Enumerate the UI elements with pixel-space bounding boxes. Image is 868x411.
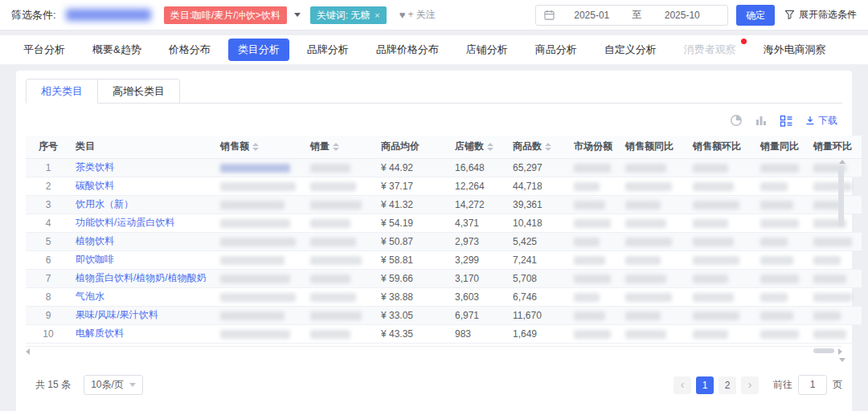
horizontal-scrollbar[interactable]: [26, 346, 842, 354]
sort-icon[interactable]: [545, 143, 551, 151]
category-link[interactable]: 茶类饮料: [76, 161, 114, 173]
confirm-button[interactable]: 确定: [736, 5, 775, 26]
redacted-value: [310, 164, 350, 173]
redacted-value: [693, 201, 739, 210]
cell-category: 碳酸饮料: [71, 177, 215, 195]
nav-tab-5[interactable]: 品牌分析: [297, 39, 358, 61]
nav-tab-1[interactable]: 平台分析: [14, 39, 75, 61]
nav-tab-9[interactable]: 自定义分析: [595, 39, 666, 61]
bar-chart-icon[interactable]: [755, 114, 768, 127]
cell-market_share: [569, 177, 620, 195]
category-link[interactable]: 气泡水: [76, 291, 104, 302]
redacted-value: [625, 330, 666, 339]
sort-desc-icon[interactable]: [487, 148, 493, 151]
category-link[interactable]: 植物蛋白饮料/植物奶/植物酸奶: [76, 272, 207, 283]
nav-tab-2[interactable]: 概要&趋势: [83, 39, 151, 61]
follow-button[interactable]: ♥ + 关注: [399, 8, 436, 22]
download-button[interactable]: 下载: [805, 114, 837, 128]
cell-volume_yoy: [755, 306, 809, 324]
scroll-right-arrow-icon[interactable]: [838, 348, 842, 355]
vertical-scroll-thumb[interactable]: [838, 167, 844, 226]
sort-asc-icon[interactable]: [252, 143, 259, 146]
category-link[interactable]: 饮用水（新）: [76, 198, 133, 210]
column-header-shops[interactable]: 店铺数: [450, 136, 508, 158]
sub-tab-2[interactable]: 高增长类目: [98, 79, 180, 104]
cell-shops: 3,603: [450, 287, 508, 306]
nav-tab-10[interactable]: 消费者观察: [674, 39, 746, 61]
category-link[interactable]: 即饮咖啡: [76, 254, 114, 265]
redacted-value: [760, 293, 788, 302]
date-range-picker[interactable]: 2025-01 至 2025-10: [535, 5, 728, 26]
redacted-value: [220, 256, 285, 265]
cell-category: 植物蛋白饮料/植物奶/植物酸奶: [71, 269, 215, 287]
column-header-items[interactable]: 商品数: [508, 136, 569, 158]
cell-volume: [305, 158, 376, 177]
cell-category: 电解质饮料: [71, 324, 215, 343]
next-page-button[interactable]: ›: [741, 376, 759, 394]
prev-page-button[interactable]: ‹: [674, 376, 691, 394]
close-icon[interactable]: ×: [375, 6, 379, 24]
scroll-up-arrow-icon[interactable]: [839, 160, 845, 164]
keyword-filter-tag[interactable]: 关键词: 无糖 ×: [310, 6, 387, 24]
vertical-scrollbar[interactable]: [837, 160, 845, 362]
cell-items: 5,425: [508, 232, 569, 250]
sort-asc-icon[interactable]: [545, 143, 551, 146]
pagination-bar: 共 15 条 10条/页 ‹ 12 › 前往 1 页: [26, 375, 842, 395]
redacted-value: [574, 201, 605, 210]
table-row: 6即饮咖啡¥ 58.813,2997,241: [26, 250, 862, 269]
date-start-value[interactable]: 2025-01: [555, 10, 629, 21]
pie-chart-icon[interactable]: [730, 114, 743, 127]
chevron-down-icon[interactable]: [294, 13, 301, 20]
cell-market_share: [569, 324, 620, 343]
cell-market_share: [569, 214, 620, 232]
nav-tab-7[interactable]: 店铺分析: [457, 39, 518, 61]
nav-tab-8[interactable]: 商品分析: [526, 39, 587, 61]
redacted-value: [625, 182, 672, 191]
page-size-select[interactable]: 10条/页: [84, 375, 143, 395]
cell-volume_mom: [809, 269, 862, 287]
redacted-value: [693, 256, 739, 265]
page-button-2[interactable]: 2: [719, 376, 736, 394]
nav-tab-3[interactable]: 价格分布: [159, 39, 220, 61]
calendar-icon: [544, 10, 555, 20]
cell-items: 10,418: [508, 214, 569, 232]
category-link[interactable]: 碳酸饮料: [76, 180, 114, 191]
cell-volume_mom: [809, 250, 862, 269]
category-link[interactable]: 果味/风味/果汁饮料: [76, 309, 158, 320]
goto-label: 前往: [773, 378, 792, 392]
category-filter-tag[interactable]: 类目:咖啡/麦片/冲饮>饮料: [164, 6, 287, 24]
cell-items: 5,708: [508, 269, 569, 287]
category-link[interactable]: 功能饮料/运动蛋白饮料: [76, 217, 174, 228]
category-link[interactable]: 植物饮料: [76, 235, 114, 246]
download-label: 下载: [818, 114, 837, 128]
sort-desc-icon[interactable]: [333, 148, 339, 151]
sort-icon[interactable]: [487, 143, 493, 151]
sub-tab-1[interactable]: 相关类目: [26, 79, 98, 104]
table-view-icon[interactable]: [780, 114, 793, 128]
cell-volume: [305, 324, 376, 343]
category-table-wrap: 序号类目销售额销量商品均价店铺数商品数市场份额销售额同比销售额环比销量同比销量环…: [26, 136, 842, 344]
expand-filters-button[interactable]: 展开筛选条件: [784, 8, 857, 22]
sort-icon[interactable]: [333, 143, 339, 151]
cell-sales: [215, 232, 305, 250]
scroll-down-arrow-icon[interactable]: [839, 358, 845, 362]
redacted-value: [760, 275, 799, 283]
nav-tab-11[interactable]: 海外电商洞察: [754, 39, 836, 61]
nav-tab-6[interactable]: 品牌价格分布: [366, 39, 448, 61]
sort-asc-icon[interactable]: [487, 143, 493, 146]
date-end-value[interactable]: 2025-10: [645, 10, 720, 21]
sort-desc-icon[interactable]: [252, 148, 259, 151]
category-link[interactable]: 电解质饮料: [76, 328, 124, 339]
sort-icon[interactable]: [252, 143, 259, 151]
goto-page-input[interactable]: 1: [798, 375, 827, 395]
scroll-left-arrow-icon[interactable]: [26, 348, 30, 355]
sort-desc-icon[interactable]: [545, 148, 551, 151]
column-header-sales[interactable]: 销售额: [215, 136, 305, 158]
page-button-1[interactable]: 1: [696, 376, 714, 394]
nav-tab-4[interactable]: 类目分析: [228, 39, 289, 61]
redacted-value: [813, 201, 841, 210]
column-header-volume[interactable]: 销量: [305, 136, 376, 158]
sort-asc-icon[interactable]: [333, 143, 339, 146]
horizontal-scroll-thumb[interactable]: [813, 348, 834, 353]
redacted-value: [760, 182, 788, 191]
